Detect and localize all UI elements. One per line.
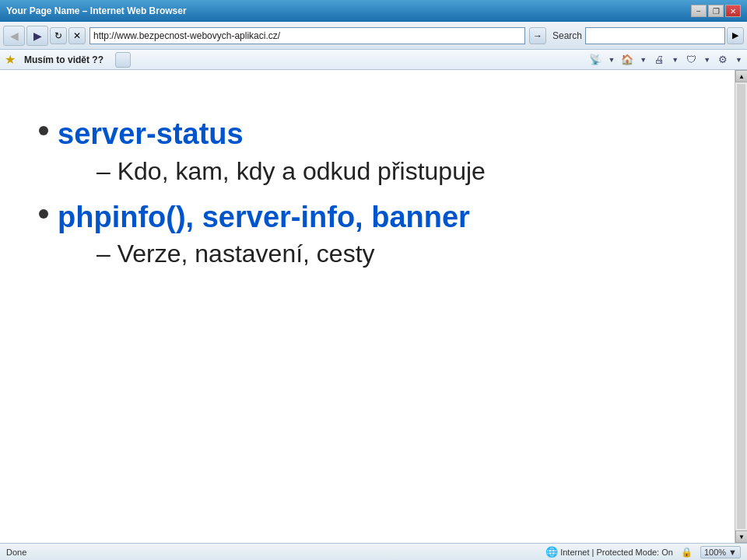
list-item: server-status – Kdo, kam, kdy a odkud př… [39,117,724,186]
close-button[interactable]: ✕ [725,5,741,17]
print-icon-btn[interactable]: 🖨 [649,51,669,68]
bullet-dot-2 [39,209,48,219]
stop-button[interactable]: ✕ [68,27,86,44]
bookmarks-bar: ★ Musím to vidět ?? 📡 ▼ 🏠 ▼ 🖨 ▼ 🛡 ▼ ⚙ ▼ [0,50,747,70]
scroll-up-button[interactable]: ▲ [735,70,747,82]
toolbar-right-icons: 📡 ▼ 🏠 ▼ 🖨 ▼ 🛡 ▼ ⚙ ▼ [585,51,742,68]
search-input[interactable] [585,27,725,44]
security-text: Internet | Protected Mode: On [560,548,673,557]
back-button[interactable]: ◀ [3,26,25,46]
star-icon[interactable]: ★ [5,52,16,67]
status-text: Done [6,548,539,557]
window-controls: − ❐ ✕ [691,5,741,17]
bullet-dot-1 [39,126,48,135]
print-dropdown-arrow[interactable]: ▼ [672,56,679,64]
content-item-2: phpinfo(), server-info, banner – Verze, … [58,200,470,269]
tools-icon-btn[interactable]: ⚙ [713,51,733,68]
restore-button[interactable]: ❐ [708,5,724,17]
bookmark-icon-box [115,52,131,68]
status-bar: Done 🌐 Internet | Protected Mode: On 🔒 1… [0,543,747,560]
refresh-button[interactable]: ↻ [50,27,67,44]
home-icon-btn[interactable]: 🏠 [617,51,637,68]
search-label: Search [552,30,582,41]
content-list: server-status – Kdo, kam, kdy a odkud př… [39,117,724,268]
zoom-text: 100% [704,548,726,557]
main-item-2: phpinfo(), server-info, banner [58,200,470,236]
status-right: 🌐 Internet | Protected Mode: On 🔒 100% ▼ [545,546,741,558]
security-status: 🌐 Internet | Protected Mode: On [545,546,673,558]
sub-item-1: – Kdo, kam, kdy a odkud přistupuje [96,157,486,186]
tools-dropdown-arrow[interactable]: ▼ [735,56,742,64]
content-area: server-status – Kdo, kam, kdy a odkud př… [0,70,747,543]
scroll-thumb[interactable] [737,84,745,529]
scroll-down-button[interactable]: ▼ [735,530,747,543]
window-title: Your Page Name – Internet Web Browser [6,5,187,16]
home-dropdown-arrow[interactable]: ▼ [640,56,647,64]
minimize-button[interactable]: − [691,5,707,17]
forward-button[interactable]: ▶ [26,26,48,46]
rss-dropdown-arrow[interactable]: ▼ [608,56,615,64]
lock-icon: 🔒 [681,547,693,558]
list-item: phpinfo(), server-info, banner – Verze, … [39,200,724,269]
address-bar[interactable] [89,27,525,44]
title-bar: Your Page Name – Internet Web Browser − … [0,0,747,22]
shield-icon-btn[interactable]: 🛡 [681,51,701,68]
globe-icon: 🌐 [545,546,558,558]
go-button[interactable]: → [529,27,546,44]
scrollbar: ▲ ▼ [735,70,747,543]
bookmark-item-musim[interactable]: Musím to vidět ?? [19,52,109,68]
nav-bar: ◀ ▶ ↻ ✕ → Search ▶ [0,22,747,50]
main-item-1: server-status [58,117,486,152]
zoom-button[interactable]: 100% ▼ [700,546,741,558]
search-go-button[interactable]: ▶ [727,27,744,44]
shield-dropdown-arrow[interactable]: ▼ [703,56,710,64]
rss-icon-btn[interactable]: 📡 [585,51,605,68]
content-item-1: server-status – Kdo, kam, kdy a odkud př… [58,117,486,186]
sub-item-2: – Verze, nastavení, cesty [96,240,470,268]
